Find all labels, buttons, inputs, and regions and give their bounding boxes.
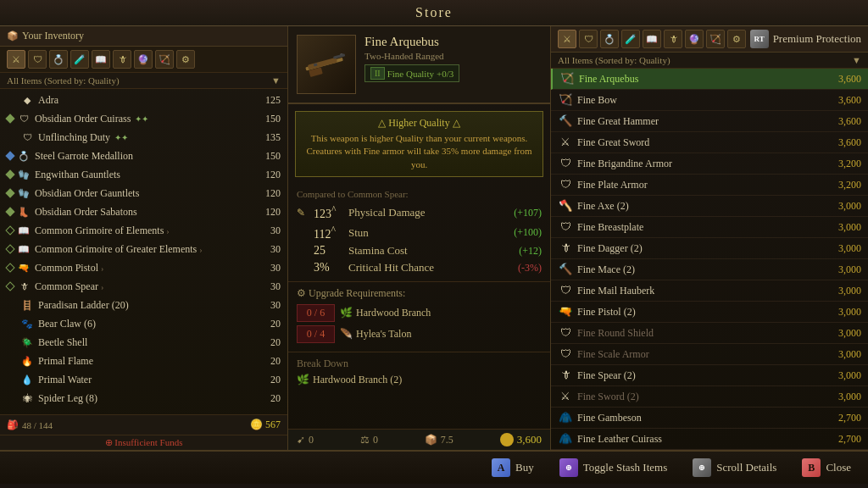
premium-protection: RT Premium Protection	[750, 30, 861, 48]
store-item[interactable]: ⚔ Fine Sword (2) 3,000	[551, 386, 868, 408]
store-item[interactable]: 🪓 Fine Axe (2) 3,000	[551, 196, 868, 217]
filter-all[interactable]: ⚔	[7, 50, 25, 69]
store-title: Store	[415, 5, 453, 19]
arrows-value: 0	[309, 434, 314, 446]
list-item[interactable]: 💍 Steel Garrote Medallion 150	[0, 147, 287, 165]
store-item-icon: 🛡	[558, 156, 573, 171]
list-item[interactable]: 📖 Common Grimoire of Greater Elements › …	[0, 240, 287, 258]
list-item[interactable]: 🪜 Paradisan Ladder (20) 30	[0, 296, 287, 314]
r-filter-all[interactable]: ⚔	[558, 30, 576, 48]
list-item[interactable]: 🛡 Obsidian Order Cuirass ✦✦ 150	[0, 109, 287, 128]
buy-action[interactable]: A Buy	[492, 458, 534, 477]
item-icon: 🪜	[20, 298, 34, 312]
list-item[interactable]: ◆ Adra 125	[0, 91, 287, 109]
x-button: ⊕	[559, 458, 578, 477]
filter-upgrade[interactable]: ⚙	[176, 50, 195, 69]
sort-arrow[interactable]: ▼	[852, 55, 861, 65]
stat-icon	[297, 227, 309, 239]
stats-section: Compared to Common Spear: ✎ 123^ Physica…	[288, 184, 550, 282]
filter-consumable[interactable]: 🧪	[70, 50, 89, 69]
item-icon: 🛡	[17, 112, 31, 125]
filter-armor[interactable]: 🛡	[28, 50, 47, 69]
left-panel: 📦 Your Inventory ⚔ 🛡 💍 🧪 📖 🗡 🔮 🏹 ⚙ All I…	[0, 26, 288, 450]
r-filter-weapon[interactable]: 🗡	[664, 30, 682, 48]
buy-label: Buy	[515, 461, 534, 474]
filter-grimoire[interactable]: 📖	[92, 50, 110, 69]
store-item[interactable]: 🗡 Fine Spear (2) 3,000	[551, 365, 868, 386]
compare-label: Compared to Common Spear:	[297, 189, 542, 199]
list-item[interactable]: 👢 Obsidian Order Sabatons 120	[0, 202, 287, 221]
store-item-icon: 🗡	[558, 368, 573, 383]
store-item[interactable]: 🛡 Fine Round Shield 3,000	[551, 323, 868, 344]
store-item[interactable]: 🛡 Fine Plate Armor 3,200	[551, 175, 868, 196]
store-item[interactable]: ⚔ Fine Great Sword 3,600	[551, 132, 868, 153]
store-item[interactable]: 🛡 Fine Breastplate 3,000	[551, 217, 868, 238]
inventory-title: Your Inventory	[22, 30, 84, 42]
bulk-icon: 📦	[425, 434, 437, 446]
r-filter-misc[interactable]: 🔮	[685, 30, 704, 48]
item-icon: 🗡	[17, 280, 31, 293]
store-item[interactable]: 🛡 Fine Scale Armor 3,000	[551, 344, 868, 365]
r-filter-upgrade[interactable]: ⚙	[727, 30, 746, 48]
store-item-icon: ⚔	[558, 389, 573, 404]
list-item[interactable]: 🐾 Bear Claw (6) 20	[0, 314, 287, 333]
list-item[interactable]: 🗡 Common Spear › 30	[0, 277, 287, 296]
filter-ranged[interactable]: 🏹	[155, 50, 174, 69]
item-icon: 🛡	[20, 130, 34, 144]
filter-weapon[interactable]: 🗡	[113, 50, 131, 69]
store-item[interactable]: 🏹 Fine Bow 3,600	[551, 90, 868, 111]
list-item[interactable]: 💧 Primal Water 20	[0, 370, 287, 389]
store-item[interactable]: 🏹 Fine Arquebus 3,600	[551, 69, 868, 90]
list-item[interactable]: 🧤 Obsidian Order Gauntlets 120	[0, 184, 287, 202]
close-action[interactable]: B Close	[802, 458, 851, 477]
quality-diamond	[5, 151, 14, 160]
item-icon: 🔥	[20, 354, 34, 368]
list-item[interactable]: 🔫 Common Pistol › 30	[0, 258, 287, 277]
gold-display: 🪙 567	[250, 419, 281, 431]
list-item[interactable]: 🧤 Engwithan Gauntlets 120	[0, 165, 287, 184]
store-item[interactable]: 🔫 Fine Pistol (2) 3,000	[551, 302, 868, 323]
stat-row-crit: 3% Critical Hit Chance (-3%)	[297, 259, 542, 276]
item-title: Fine Arquebus	[364, 35, 542, 49]
list-item[interactable]: 🪲 Beetle Shell 20	[0, 333, 287, 352]
store-item[interactable]: 🔨 Fine Mace (2) 3,000	[551, 259, 868, 280]
scroll-details-action[interactable]: ⊕ Scroll Details	[693, 458, 776, 477]
quality-diamond	[5, 263, 14, 272]
r-filter-ranged[interactable]: 🏹	[706, 30, 725, 48]
r-filter-armor[interactable]: 🛡	[579, 30, 598, 48]
top-bar: Store	[0, 0, 868, 26]
store-item-icon: 🪓	[558, 198, 573, 214]
store-list[interactable]: 🏹 Fine Arquebus 3,600 🏹 Fine Bow 3,600 🔨…	[551, 69, 868, 450]
quality-diamond	[5, 188, 14, 197]
r-filter-accessory[interactable]: 💍	[600, 30, 619, 48]
store-item[interactable]: 🛡 Fine Mail Hauberk 3,000	[551, 280, 868, 302]
left-sort-bar: All Items (Sorted by: Quality) ▼	[0, 73, 287, 89]
quality-diamond	[5, 169, 14, 179]
list-item[interactable]: 🔥 Primal Flame 20	[0, 352, 287, 370]
store-item-icon: 🔨	[558, 262, 573, 277]
item-image	[297, 35, 356, 94]
item-icon: ◆	[20, 93, 34, 107]
filter-accessory[interactable]: 💍	[49, 50, 68, 69]
store-item[interactable]: 🛡 Fine Brigandine Armor 3,200	[551, 153, 868, 175]
filter-misc[interactable]: 🔮	[134, 50, 153, 69]
list-item[interactable]: 🕷 Spider Leg (8) 20	[0, 389, 287, 408]
store-item[interactable]: 🗡 Fine Dagger (2) 3,000	[551, 238, 868, 259]
store-item[interactable]: 🔨 Fine Great Hammer 3,600	[551, 111, 868, 132]
all-items-label: All Items (Sorted by: Quality)	[558, 55, 670, 65]
store-item[interactable]: 🧥 Fine Leather Cuirass 2,700	[551, 429, 868, 450]
item-list[interactable]: ◆ Adra 125 🛡 Obsidian Order Cuirass ✦✦ 1…	[0, 89, 287, 414]
sort-chevron[interactable]: ▼	[271, 75, 281, 86]
r-filter-grimoire[interactable]: 📖	[643, 30, 661, 48]
r-filter-consumable[interactable]: 🧪	[621, 30, 640, 48]
list-item[interactable]: 📖 Common Grimoire of Elements › 30	[0, 221, 287, 240]
premium-btn: RT	[750, 30, 769, 48]
a-button: A	[492, 458, 510, 477]
item-icon: 💧	[20, 373, 34, 386]
hylea-icon: 🪶	[340, 328, 353, 341]
store-item[interactable]: 🧥 Fine Gambeson 2,700	[551, 408, 868, 429]
list-item[interactable]: 🛡 Unflinching Duty ✦✦ 135	[0, 128, 287, 147]
b-button: B	[802, 458, 821, 477]
toggle-stash-action[interactable]: ⊕ Toggle Stash Items	[559, 458, 667, 477]
left-icon-row: ⚔ 🛡 💍 🧪 📖 🗡 🔮 🏹 ⚙	[0, 47, 287, 73]
